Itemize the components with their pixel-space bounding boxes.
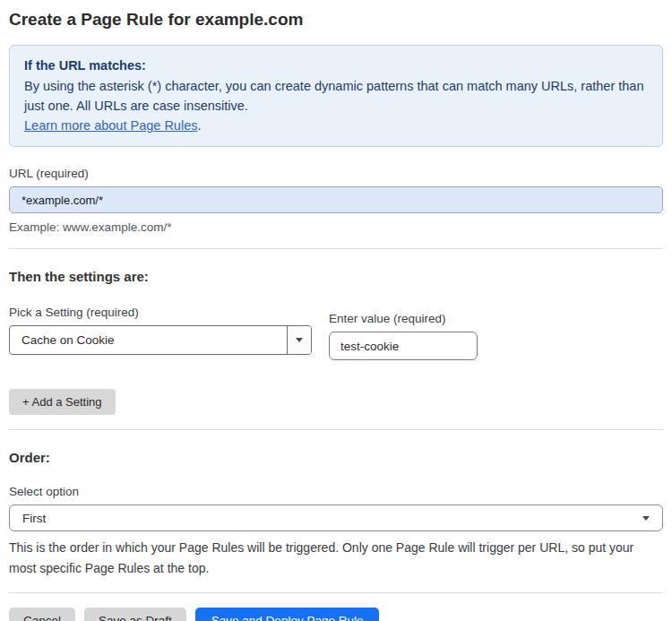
order-select[interactable]: First [9, 505, 663, 531]
url-label: URL (required) [9, 167, 663, 180]
setting-select-arrow-zone[interactable] [287, 326, 311, 354]
learn-more-link[interactable]: Learn more about Page Rules [24, 118, 197, 133]
setting-value-input[interactable] [329, 332, 478, 360]
setting-select-value: Cache on Cookie [10, 326, 287, 354]
footer-button-row: Cancel Save as Draft Save and Deploy Pag… [9, 608, 663, 621]
setting-column: Pick a Setting (required) Cache on Cooki… [9, 306, 312, 360]
order-heading: Order: [9, 450, 663, 465]
order-help-text: This is the order in which your Page Rul… [9, 538, 663, 578]
url-match-info-box: If the URL matches: By using the asteris… [9, 45, 663, 147]
cancel-button[interactable]: Cancel [9, 608, 75, 621]
page-title: Create a Page Rule for example.com [9, 0, 663, 30]
add-setting-button[interactable]: + Add a Setting [9, 389, 116, 415]
order-select-label: Select option [9, 485, 663, 498]
settings-heading: Then the settings are: [9, 269, 663, 284]
url-example-text: Example: www.example.com/* [9, 220, 663, 234]
value-label: Enter value (required) [329, 312, 478, 325]
page-rule-form: Create a Page Rule for example.com If th… [0, 0, 672, 621]
caret-down-icon [642, 516, 650, 521]
divider [9, 429, 663, 430]
caret-down-icon [296, 338, 303, 342]
info-box-link-row: Learn more about Page Rules. [24, 116, 648, 135]
link-period: . [197, 118, 201, 133]
value-column: Enter value (required) [329, 312, 478, 360]
settings-row: Pick a Setting (required) Cache on Cooki… [9, 306, 663, 360]
url-input[interactable] [9, 186, 663, 213]
divider [9, 248, 663, 249]
setting-select[interactable]: Cache on Cookie [9, 325, 312, 355]
info-box-heading: If the URL matches: [24, 56, 648, 75]
save-as-draft-button[interactable]: Save as Draft [84, 608, 186, 621]
info-box-body: By using the asterisk (*) character, you… [24, 76, 648, 116]
divider [9, 592, 663, 593]
save-and-deploy-button[interactable]: Save and Deploy Page Rule [195, 608, 380, 621]
order-select-value: First [22, 512, 46, 525]
setting-select-label: Pick a Setting (required) [9, 306, 312, 319]
